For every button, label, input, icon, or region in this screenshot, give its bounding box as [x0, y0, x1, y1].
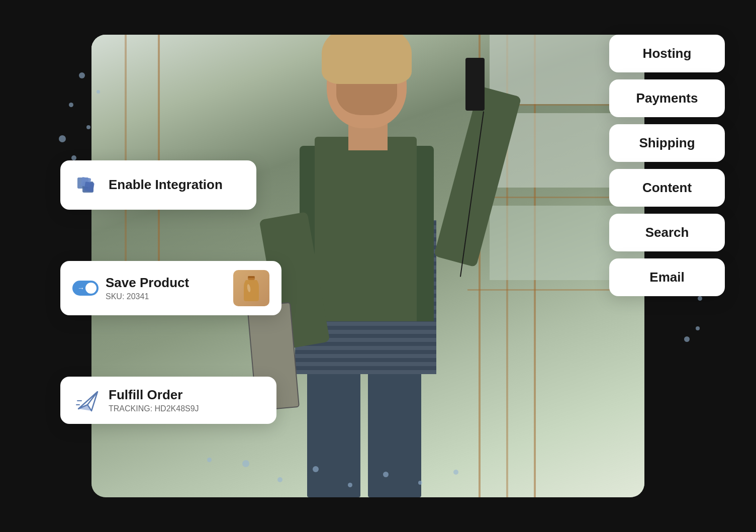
dot-5 [97, 90, 100, 94]
dot-15 [383, 472, 389, 477]
email-card[interactable]: Email [609, 258, 725, 296]
payments-label: Payments [636, 91, 698, 106]
product-image [233, 270, 269, 306]
dot-9 [696, 326, 700, 330]
fulfill-order-title: Fulfill Order [109, 387, 199, 403]
dot-10 [684, 336, 690, 342]
email-label: Email [649, 270, 684, 285]
fulfill-order-subtitle: TRACKING: HD2K48S9J [109, 404, 199, 413]
hosting-card[interactable]: Hosting [609, 35, 725, 72]
shipping-label: Shipping [639, 135, 695, 150]
dot-6 [71, 155, 76, 160]
dot-14 [348, 483, 352, 487]
dot-1 [79, 72, 85, 78]
hosting-label: Hosting [643, 46, 692, 61]
dot-8 [698, 296, 702, 301]
fulfill-order-text: Fulfill Order TRACKING: HD2K48S9J [109, 387, 199, 413]
enable-integration-card[interactable]: Enable Integration [60, 160, 256, 210]
svg-rect-4 [84, 182, 94, 192]
dot-2 [69, 103, 73, 107]
dot-3 [59, 135, 66, 142]
content-card[interactable]: Content [609, 169, 725, 207]
search-label: Search [645, 225, 689, 240]
main-scene: Enable Integration → Save Product SKU: 2… [51, 25, 705, 507]
dot-11 [242, 460, 249, 467]
dot-18 [453, 470, 458, 475]
save-product-subtitle: SKU: 20341 [106, 292, 189, 301]
toggle-icon: → [72, 281, 99, 296]
payments-card[interactable]: Payments [609, 79, 725, 117]
enable-integration-title: Enable Integration [109, 177, 223, 193]
dot-16 [418, 481, 422, 485]
svg-rect-6 [248, 276, 255, 278]
toggle-arrow-icon: → [77, 284, 84, 292]
dot-4 [86, 125, 90, 129]
right-cards-container: Hosting Payments Shipping Content Search… [609, 35, 725, 296]
search-card[interactable]: Search [609, 214, 725, 251]
save-product-title: Save Product [106, 275, 189, 291]
save-product-text: Save Product SKU: 20341 [106, 275, 189, 301]
dot-13 [313, 466, 319, 472]
shipping-card[interactable]: Shipping [609, 124, 725, 162]
save-product-card[interactable]: → Save Product SKU: 20341 [60, 261, 281, 315]
dot-12 [277, 477, 282, 482]
fulfill-order-card[interactable]: Fulfill Order TRACKING: HD2K48S9J [60, 377, 276, 424]
plane-icon [74, 387, 102, 414]
integration-icon [74, 171, 102, 199]
dot-17 [207, 458, 212, 462]
content-label: Content [642, 180, 692, 195]
